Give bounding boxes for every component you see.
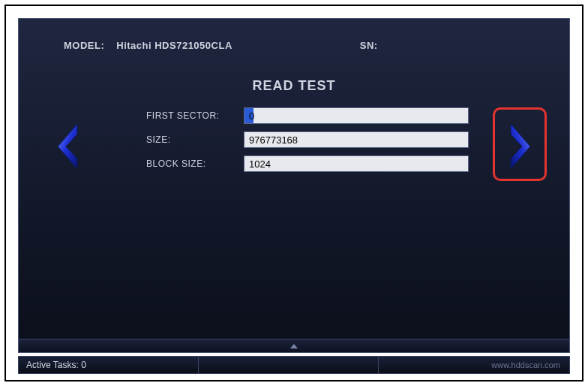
first-sector-input[interactable] — [244, 107, 469, 124]
site-link[interactable]: www.hddscan.com — [482, 360, 569, 369]
size-input[interactable] — [244, 131, 469, 148]
chevron-left-icon — [55, 122, 80, 170]
block-size-input[interactable] — [244, 155, 469, 172]
page-title: READ TEST — [19, 78, 569, 94]
chevron-right-icon — [508, 122, 533, 170]
next-button[interactable] — [502, 116, 539, 176]
model-label: MODEL: — [64, 40, 104, 51]
size-label: SIZE: — [146, 134, 244, 145]
block-size-label: BLOCK SIZE: — [146, 158, 244, 169]
read-test-form: FIRST SECTOR: SIZE: BLOCK SIZE: — [146, 107, 469, 172]
sn-label: SN: — [360, 40, 378, 51]
drag-handle-icon — [279, 343, 309, 349]
status-cell-empty — [199, 357, 379, 373]
first-sector-label: FIRST SECTOR: — [146, 110, 244, 121]
status-bar: Active Tasks: 0 www.hddscan.com — [18, 356, 570, 374]
app-window: MODEL: Hitachi HDS721050CLA SN: READ TES… — [18, 18, 570, 353]
panel-resize-strip[interactable] — [19, 339, 569, 352]
model-value: Hitachi HDS721050CLA — [116, 40, 232, 51]
active-tasks-status: Active Tasks: 0 — [19, 357, 199, 373]
previous-button[interactable] — [49, 116, 86, 176]
device-header: MODEL: Hitachi HDS721050CLA SN: — [19, 19, 569, 59]
